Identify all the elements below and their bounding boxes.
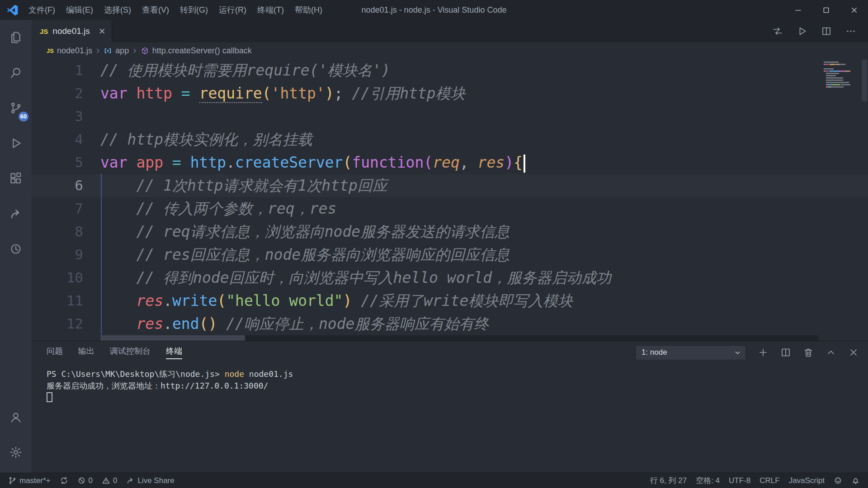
- menu-item-7[interactable]: 帮助(H): [289, 5, 328, 15]
- menu-bar: 文件(F)编辑(E)选择(S)查看(V)转到(G)运行(R)终端(T)帮助(H): [23, 5, 328, 15]
- terminal-selector-dropdown[interactable]: 1: node: [636, 345, 746, 360]
- line-number[interactable]: 6: [32, 174, 100, 197]
- status-cursor-position[interactable]: 行 6, 列 27: [650, 475, 687, 486]
- kill-terminal-button[interactable]: [803, 347, 814, 358]
- code-line-1[interactable]: 1// 使用模块时需要用require('模块名'): [32, 59, 868, 82]
- code-text: var http = require('http'); //引用http模块: [100, 82, 868, 105]
- activity-run-debug[interactable]: [0, 126, 32, 161]
- activity-source-control[interactable]: 60: [0, 90, 32, 126]
- activity-extensions[interactable]: [0, 161, 32, 196]
- status-encoding[interactable]: UTF-8: [729, 476, 750, 485]
- window-minimize-button[interactable]: [784, 0, 812, 20]
- menu-item-6[interactable]: 终端(T): [252, 5, 289, 15]
- activity-live-share[interactable]: [0, 196, 32, 231]
- chevron-down-icon: [733, 348, 742, 357]
- maximize-panel-button[interactable]: [826, 347, 836, 358]
- line-number[interactable]: 5: [32, 151, 100, 174]
- activity-settings[interactable]: [0, 435, 32, 470]
- clock-icon: [9, 242, 23, 256]
- status-eol[interactable]: CRLF: [760, 476, 779, 485]
- panel-tab-3[interactable]: 终端: [166, 346, 182, 359]
- line-number[interactable]: 3: [32, 105, 100, 128]
- new-terminal-button[interactable]: [758, 347, 769, 358]
- close-panel-button[interactable]: [848, 347, 859, 358]
- status-language-mode[interactable]: JavaScript: [789, 476, 825, 485]
- line-number[interactable]: 1: [32, 59, 100, 82]
- split-terminal-button[interactable]: [780, 347, 791, 358]
- menu-item-4[interactable]: 转到(G): [175, 5, 213, 15]
- line-number[interactable]: 7: [32, 197, 100, 220]
- activity-explorer[interactable]: [0, 20, 32, 55]
- vertical-scrollbar[interactable]: [861, 59, 868, 335]
- open-changes-button[interactable]: [772, 26, 783, 37]
- panel-actions: [758, 347, 859, 358]
- code-line-10[interactable]: 10 // 得到node回应时，向浏览器中写入hello world，服务器启动…: [32, 266, 868, 289]
- menu-item-5[interactable]: 运行(R): [213, 5, 252, 15]
- horizontal-scrollbar[interactable]: [100, 335, 818, 341]
- minimap-line: [824, 80, 856, 81]
- error-circle-icon: [77, 476, 86, 485]
- editor-tab-node01[interactable]: JS node01.js ×: [32, 20, 112, 42]
- menu-item-2[interactable]: 选择(S): [99, 5, 137, 15]
- breadcrumb-item-0[interactable]: JSnode01.js: [47, 46, 92, 56]
- status-warnings[interactable]: 0: [102, 476, 117, 485]
- status-sync[interactable]: [60, 476, 68, 485]
- status-live-share[interactable]: Live Share: [126, 476, 174, 485]
- minimap[interactable]: [824, 61, 856, 89]
- menu-item-0[interactable]: 文件(F): [23, 5, 61, 15]
- line-number[interactable]: 12: [32, 312, 100, 335]
- menu-item-3[interactable]: 查看(V): [137, 5, 175, 15]
- feedback-icon: [834, 476, 842, 485]
- code-line-6[interactable]: 6 // 1次http请求就会有1次http回应: [32, 174, 868, 197]
- code-line-11[interactable]: 11 res.write("hello world") //采用了write模块…: [32, 289, 868, 312]
- menu-item-1[interactable]: 编辑(E): [61, 5, 99, 15]
- panel-tab-1[interactable]: 输出: [78, 346, 94, 359]
- code-line-3[interactable]: 3: [32, 105, 868, 128]
- activity-timer[interactable]: [0, 231, 32, 267]
- activity-bar: 60: [0, 20, 32, 473]
- window-close-button[interactable]: [840, 0, 868, 20]
- breadcrumb-item-1[interactable]: app: [104, 46, 129, 56]
- activity-account[interactable]: [0, 399, 32, 435]
- tab-close-icon[interactable]: ×: [99, 26, 105, 37]
- code-line-7[interactable]: 7 // 传入两个参数，req，res: [32, 197, 868, 220]
- code-line-5[interactable]: 5var app = http.createServer(function(re…: [32, 151, 868, 174]
- panel-tab-2[interactable]: 调试控制台: [110, 346, 151, 359]
- breadcrumb-label: node01.js: [57, 46, 92, 56]
- line-number[interactable]: 2: [32, 82, 100, 105]
- horizontal-scrollbar-thumb[interactable]: [100, 335, 245, 341]
- split-editor-button[interactable]: [821, 26, 832, 37]
- more-actions-button[interactable]: [845, 26, 856, 37]
- terminal-output[interactable]: PS C:\Users\MK\Desktop\练习\node.js> node …: [32, 364, 868, 404]
- panel-header: 问题输出调试控制台终端 1: node: [32, 341, 868, 364]
- line-number[interactable]: 10: [32, 266, 100, 289]
- code-line-9[interactable]: 9 // res回应信息，node服务器向浏览器响应的回应信息: [32, 243, 868, 266]
- activity-search[interactable]: [0, 55, 32, 90]
- scm-badge: 60: [19, 112, 28, 122]
- code-line-4[interactable]: 4// http模块实例化，别名挂载: [32, 128, 868, 151]
- status-notifications[interactable]: [851, 476, 860, 485]
- gear-icon: [9, 446, 23, 459]
- vscode-logo-icon: [6, 4, 19, 16]
- editor[interactable]: 1// 使用模块时需要用require('模块名')2var http = re…: [32, 59, 868, 341]
- panel-tab-0[interactable]: 问题: [47, 346, 63, 359]
- status-feedback[interactable]: [834, 476, 842, 485]
- line-number[interactable]: 9: [32, 243, 100, 266]
- minimap-line: [824, 68, 856, 70]
- vertical-scrollbar-thumb[interactable]: [862, 60, 867, 101]
- line-number[interactable]: 11: [32, 289, 100, 312]
- line-number[interactable]: 8: [32, 220, 100, 243]
- statusbar-right: 行 6, 列 27空格: 4UTF-8CRLFJavaScript: [650, 475, 860, 486]
- code-line-12[interactable]: 12 res.end() //响应停止，node服务器响应有始有终: [32, 312, 868, 335]
- line-number[interactable]: 4: [32, 128, 100, 151]
- status-git-branch[interactable]: master*+: [8, 476, 51, 485]
- breadcrumb-item-2[interactable]: http.createServer() callback: [141, 46, 252, 56]
- code-line-8[interactable]: 8 // req请求信息，浏览器向node服务器发送的请求信息: [32, 220, 868, 243]
- window-maximize-button[interactable]: [812, 0, 840, 20]
- code-line-2[interactable]: 2var http = require('http'); //引用http模块: [32, 82, 868, 105]
- terminal-line: PS C:\Users\MK\Desktop\练习\node.js> node …: [47, 368, 868, 380]
- maximize-icon: [822, 6, 830, 14]
- status-errors[interactable]: 0: [77, 476, 93, 485]
- status-indentation[interactable]: 空格: 4: [696, 475, 720, 486]
- run-file-button[interactable]: [797, 26, 807, 37]
